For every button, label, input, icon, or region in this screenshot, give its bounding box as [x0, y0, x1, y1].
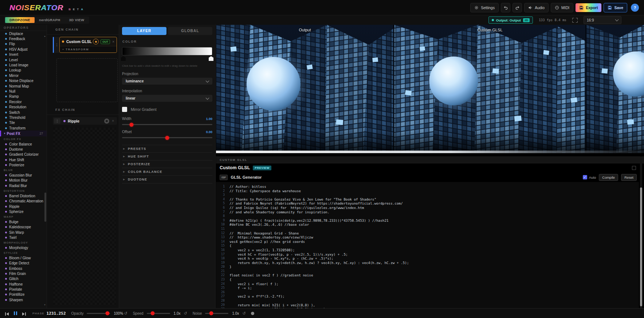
operator-item[interactable]: Kaleidoscope [0, 225, 47, 230]
operator-item[interactable]: Normal Map [0, 84, 47, 89]
operator-item[interactable]: BLUR [0, 168, 47, 173]
section-row[interactable]: ▶ DUOTONE [122, 176, 212, 183]
operator-item[interactable]: Pointillize [0, 292, 47, 297]
panel-scrollbar[interactable] [640, 156, 642, 308]
operator-item[interactable]: HSV Adjust [0, 47, 47, 52]
audio-button[interactable]: Audio [524, 3, 549, 12]
operator-item[interactable]: Noise Displace [0, 78, 47, 84]
operator-item[interactable]: Tile [0, 120, 47, 125]
pause-button[interactable] [14, 311, 17, 315]
slider-track[interactable] [87, 313, 110, 314]
reset-icon[interactable]: ↺ [242, 311, 246, 316]
gradient-bar[interactable] [122, 47, 212, 55]
operator-item[interactable]: Duotone [0, 147, 47, 152]
gradient-swatch-white[interactable] [209, 56, 213, 61]
sidebar-scroll-thumb[interactable] [44, 193, 46, 222]
operator-item[interactable]: Halftone [0, 282, 47, 287]
view-tab[interactable]: 3D VIEW [65, 17, 89, 23]
transform-subrow[interactable]: ▸ TRANSFORM [60, 46, 117, 52]
drag-handle[interactable] [54, 37, 59, 53]
panel-scroll-thumb[interactable] [640, 187, 642, 306]
operator-item[interactable]: Resolution [0, 104, 47, 109]
projection-select[interactable]: luminance [122, 78, 212, 85]
operator-item[interactable]: Feedback [0, 36, 47, 41]
gen-chain-dropzone[interactable] [56, 58, 118, 102]
operator-item[interactable]: STYLIZE [0, 251, 47, 256]
operator-item[interactable]: Flip [0, 42, 47, 47]
operator-item[interactable]: Radial Blur [0, 183, 47, 188]
fx-chain-dropzone[interactable] [53, 128, 116, 305]
output-route-badge[interactable]: Output: Output 2D [488, 16, 533, 24]
operator-item[interactable]: MORPHOLOGY [0, 240, 47, 245]
operator-item[interactable]: Null [0, 89, 47, 94]
operator-item[interactable]: Displace [0, 31, 47, 36]
interpolation-select[interactable]: linear [122, 95, 212, 102]
slider-knob[interactable] [209, 311, 213, 315]
properties-tab[interactable]: LAYER [122, 27, 166, 35]
slider-track[interactable] [205, 313, 228, 314]
reset-button[interactable]: Reset [621, 174, 637, 181]
view-tab[interactable]: nerdGRAPH [35, 17, 65, 23]
operator-item[interactable]: Switch [0, 110, 47, 115]
scroll-up-icon[interactable]: ▲ [44, 35, 46, 37]
operator-item[interactable]: Gradient Colorizer [0, 152, 47, 157]
remove-item-button[interactable]: × [112, 119, 114, 123]
operator-item[interactable]: Hue Shift [0, 157, 47, 162]
custom-glsl-section-header[interactable]: CUSTOM GLSL [216, 156, 644, 163]
operator-item[interactable]: Lookup [0, 68, 47, 73]
compile-button[interactable]: Compile [599, 174, 618, 181]
operator-item[interactable]: Threshold [0, 115, 47, 120]
export-button[interactable]: Export [576, 3, 601, 12]
settings-button[interactable]: Settings [470, 3, 499, 12]
slider-knob[interactable] [130, 123, 134, 127]
fx-chain-item[interactable]: Ripple × [53, 117, 117, 125]
operator-item[interactable]: COLOR FX [0, 136, 47, 141]
operator-item[interactable]: Chromatic Aberration [0, 198, 47, 203]
operator-item[interactable]: Edge Detect [0, 260, 47, 265]
operator-item[interactable]: ▾ Post FX 27 [0, 131, 47, 136]
gradient-swatch-black[interactable] [121, 56, 126, 61]
slider-track[interactable] [147, 313, 170, 314]
view-tab[interactable]: DROPZONE [5, 17, 35, 23]
slider-track[interactable] [122, 124, 212, 125]
skip-end-button[interactable] [21, 311, 27, 315]
operator-item[interactable]: Level [0, 57, 47, 62]
slider-knob[interactable] [105, 311, 109, 315]
drag-handle[interactable] [54, 118, 60, 124]
remove-item-button[interactable]: × [112, 40, 114, 44]
sidebar-scrollbar[interactable]: ▲ ▼ [44, 32, 46, 307]
section-row[interactable]: ▶ HUE SHIFT [122, 153, 212, 160]
operator-item[interactable]: Bulge [0, 219, 47, 224]
panel-expand-icon[interactable] [632, 166, 636, 170]
operator-item[interactable]: Recolor [0, 99, 47, 104]
code-editor[interactable]: 1 // Author: bitless 2 // Title: Cybersp… [216, 182, 639, 308]
fullscreen-icon[interactable] [572, 18, 578, 23]
operator-item[interactable]: Emboss [0, 266, 47, 271]
slider-knob[interactable] [165, 136, 169, 140]
operator-item[interactable]: Pixelate [0, 287, 47, 292]
operator-item[interactable]: Bloom / Glow [0, 255, 47, 260]
save-button[interactable]: Save [604, 3, 627, 12]
mirror-gradient-checkbox[interactable] [122, 107, 127, 112]
operator-item[interactable]: Glitch [0, 276, 47, 282]
operator-item[interactable]: Ramp [0, 94, 47, 99]
help-button[interactable]: ? [631, 4, 639, 12]
properties-tab[interactable]: GLOBAL [168, 27, 212, 35]
operator-item[interactable]: DISTORTION [0, 189, 47, 194]
section-row[interactable]: ▶ PRESETS [122, 145, 212, 153]
record-dot[interactable] [251, 312, 254, 315]
operator-item[interactable]: Load Image [0, 62, 47, 67]
operator-item[interactable]: Sin Warp [0, 230, 47, 235]
preview-viewport[interactable]: OutputCustom GLSL [216, 25, 644, 153]
reset-icon[interactable]: ↺ [184, 311, 187, 316]
operator-item[interactable]: Barrel Distortion [0, 193, 47, 198]
glsl-coin-icon[interactable] [93, 39, 99, 44]
midi-button[interactable]: MIDI [551, 3, 573, 12]
operator-item[interactable]: Invert [0, 52, 47, 57]
operator-item[interactable]: Spherize [0, 209, 47, 214]
operator-item[interactable]: Film Grain [0, 271, 47, 276]
operator-item[interactable]: Transform [0, 125, 47, 131]
slider-knob[interactable] [151, 311, 155, 315]
preview-scrub-bar[interactable] [216, 151, 644, 153]
operator-item[interactable]: Motion Blur [0, 178, 47, 183]
